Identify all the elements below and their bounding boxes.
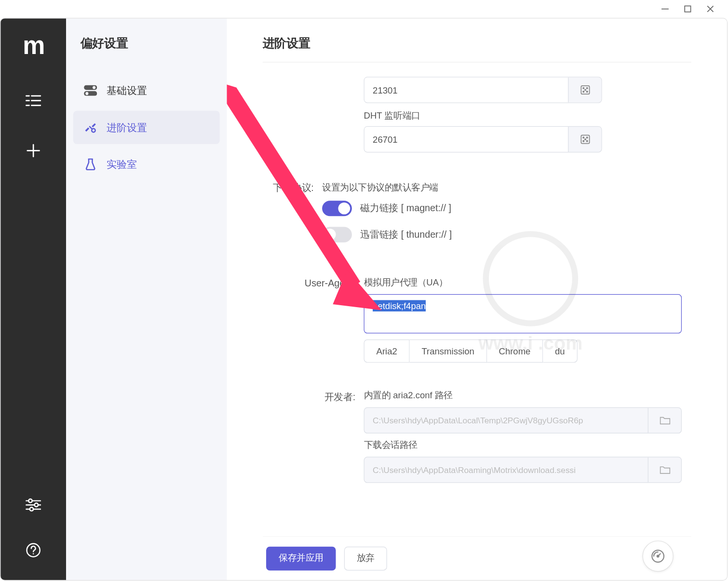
svg-point-31 [582,91,583,92]
session-path-label: 下载会话路径 [364,439,691,450]
svg-point-32 [586,91,587,92]
sidebar-item-label: 基础设置 [107,84,147,97]
ua-preset-aria2[interactable]: Aria2 [364,339,410,363]
svg-rect-1 [685,6,690,12]
svg-point-30 [584,89,585,90]
ua-textarea[interactable]: netdisk;f4pan [364,294,682,334]
discard-button[interactable]: 放弃 [344,546,387,570]
nav-tasks-icon[interactable] [21,89,45,112]
svg-point-15 [35,503,38,507]
svg-point-37 [582,140,583,141]
settings-content: 进阶设置 www.i .com D [227,18,727,580]
svg-line-25 [89,126,92,129]
sidebar-item-basic[interactable]: 基础设置 [73,74,220,107]
sidebar-item-advanced[interactable]: 进阶设置 [73,111,220,144]
svg-point-40 [657,555,659,557]
save-button[interactable]: 保存并应用 [266,546,336,570]
sidebar-item-lab[interactable]: 实验室 [73,148,220,181]
svg-point-28 [582,88,583,89]
flask-icon [84,158,97,171]
listen-port-field [364,77,602,103]
nav-settings-icon[interactable] [21,493,45,517]
window-minimize-icon[interactable] [661,5,669,13]
app-logo: m [23,31,44,60]
protocol-desc: 设置为以下协议的默认客户端 [322,176,691,194]
speed-fab-icon[interactable] [643,540,674,571]
svg-point-34 [582,137,583,138]
dht-port-input[interactable] [364,127,568,152]
developer-label: 开发者: [263,390,364,404]
svg-point-36 [584,139,585,140]
nav-add-icon[interactable] [21,139,45,162]
svg-point-29 [586,88,587,89]
window-close-icon[interactable] [706,5,715,13]
svg-point-21 [93,86,95,89]
magnet-toggle-label: 磁力链接 [ magnet:// ] [360,202,451,215]
ua-preset-group: Aria2 Transmission Chrome du [364,339,691,363]
svg-point-19 [33,553,34,554]
sidebar-item-label: 进阶设置 [107,121,147,134]
footer: 保存并应用 放弃 [263,536,691,580]
ua-preset-chrome[interactable]: Chrome [487,339,543,363]
nav-rail: m [0,18,66,580]
ua-label: User-Agent: [263,277,364,289]
sidebar-title: 偏好设置 [73,35,220,51]
aria2-conf-field [364,407,682,433]
svg-point-35 [586,137,587,138]
svg-point-13 [28,499,32,502]
folder-icon[interactable] [648,457,681,482]
random-port-icon[interactable] [568,78,601,103]
svg-point-38 [586,140,587,141]
session-path-field [364,457,682,483]
sidebar-item-label: 实验室 [107,158,137,171]
session-path-input[interactable] [364,457,648,482]
listen-port-input[interactable] [364,78,568,103]
content-title: 进阶设置 [263,35,691,63]
window-titlebar [0,0,728,18]
nav-help-icon[interactable] [21,538,45,562]
toggles-icon [84,84,97,97]
random-port-icon[interactable] [568,127,601,152]
dht-port-label: DHT 监听端口 [364,110,691,121]
tools-icon [84,121,97,134]
magnet-toggle[interactable] [322,201,352,216]
protocol-label: 下载协议: [263,176,323,195]
svg-point-17 [30,507,33,511]
dht-port-field [364,126,602,152]
thunder-toggle[interactable] [322,227,352,243]
ua-preset-du[interactable]: du [543,339,577,363]
aria2-conf-label: 内置的 aria2.conf 路径 [364,390,691,401]
window-maximize-icon[interactable] [684,5,692,13]
ua-preset-transmission[interactable]: Transmission [410,339,487,363]
thunder-toggle-label: 迅雷链接 [ thunder:// ] [360,229,452,241]
ua-desc: 模拟用户代理（UA） [364,277,691,288]
settings-sidebar: 偏好设置 基础设置 进阶设置 实验室 [66,18,227,580]
folder-icon[interactable] [648,408,681,433]
svg-point-23 [85,92,88,95]
aria2-conf-input[interactable] [364,408,648,433]
